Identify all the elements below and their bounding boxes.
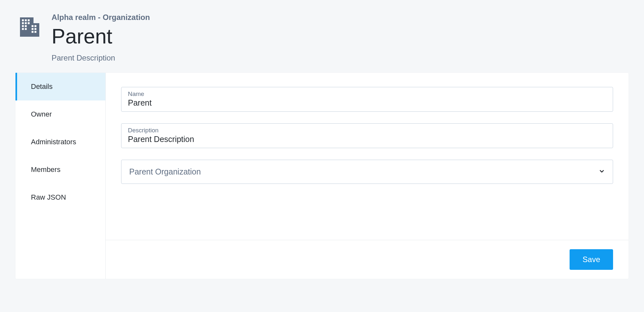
content-card: Details Owner Administrators Members Raw… (15, 73, 629, 279)
svg-rect-4 (28, 19, 30, 21)
save-button[interactable]: Save (570, 249, 613, 270)
svg-rect-10 (22, 28, 24, 30)
parent-organization-select[interactable]: Parent Organization (121, 160, 613, 184)
svg-rect-13 (34, 25, 36, 27)
svg-rect-16 (32, 31, 34, 33)
panel-footer: Save (106, 240, 629, 279)
name-label: Name (128, 90, 606, 98)
chevron-down-icon (599, 168, 605, 176)
svg-rect-14 (32, 28, 34, 30)
breadcrumb: Alpha realm - Organization (52, 13, 150, 22)
svg-rect-7 (28, 22, 30, 24)
svg-rect-17 (34, 31, 36, 33)
details-panel: Name Description Parent Organization (106, 73, 629, 279)
page-subtitle: Parent Description (52, 53, 150, 62)
name-field-container: Name (121, 87, 613, 112)
svg-rect-3 (25, 19, 27, 21)
svg-rect-8 (22, 25, 24, 27)
svg-rect-2 (22, 19, 24, 21)
tab-members[interactable]: Members (15, 156, 105, 184)
svg-rect-9 (25, 25, 27, 27)
svg-rect-6 (25, 22, 27, 24)
description-input[interactable] (128, 135, 606, 144)
tab-owner[interactable]: Owner (15, 100, 105, 128)
page-title: Parent (52, 25, 150, 48)
parent-organization-placeholder: Parent Organization (129, 167, 201, 176)
page-header: Alpha realm - Organization Parent Parent… (15, 13, 629, 62)
tabs-nav: Details Owner Administrators Members Raw… (15, 73, 106, 279)
description-label: Description (128, 127, 606, 134)
tab-administrators[interactable]: Administrators (15, 128, 105, 156)
tab-details[interactable]: Details (15, 73, 105, 100)
name-input[interactable] (128, 98, 606, 108)
svg-rect-11 (25, 28, 27, 30)
svg-rect-15 (34, 28, 36, 30)
panel-body: Name Description Parent Organization (106, 73, 629, 240)
organization-icon (18, 15, 41, 39)
svg-rect-12 (32, 25, 34, 27)
svg-rect-5 (22, 22, 24, 24)
description-field-container: Description (121, 123, 613, 148)
tab-raw-json[interactable]: Raw JSON (15, 184, 105, 211)
